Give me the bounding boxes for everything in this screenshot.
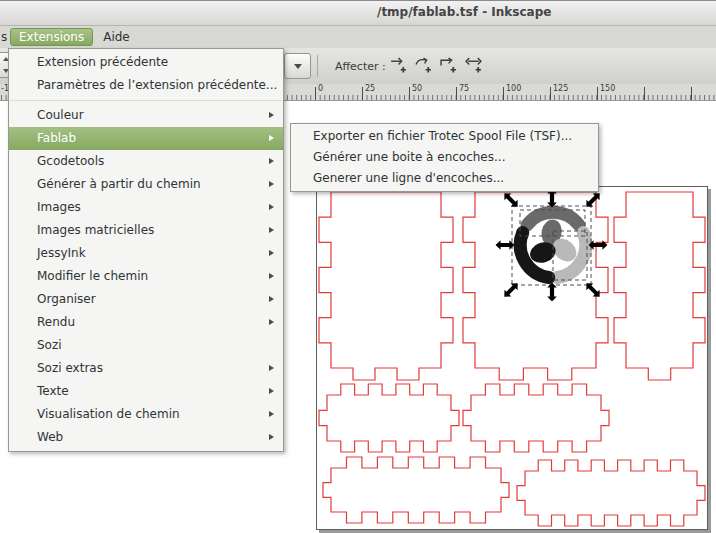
scale-arrow-handle[interactable] [583,190,603,210]
cut-piece[interactable] [323,457,509,523]
scale-arrow-handle[interactable] [501,280,521,300]
submenu-arrow-icon [269,434,274,440]
submenu-arrow-icon [269,181,274,187]
submenu-arrow-icon [269,227,274,233]
ruler-label: 75 [459,84,469,93]
fablab-submenu-panel: Exporter en fichier Trotec Spool File (T… [290,123,599,192]
cut-piece[interactable] [463,384,609,452]
menu-item-images-matricielles[interactable]: Images matricielles [9,219,283,242]
cut-piece[interactable] [319,192,453,380]
menu-item-parametres-extension[interactable]: Paramètres de l’extension précédente... [9,74,283,97]
submenu-arrow-icon [269,319,274,325]
inkscape-window: /tmp/fablab.tsf - Inkscape s Extensions … [0,0,716,533]
submenu-item-boite-encoches[interactable]: Générer une boite à encoches... [291,147,598,168]
ruler-label: 100 [506,84,521,93]
submenu-arrow-icon [269,365,274,371]
submenu-item-export-tsf[interactable]: Exporter en fichier Trotec Spool File (T… [291,126,598,147]
ruler-label: 150 [600,84,615,93]
menu-item-images[interactable]: Images [9,196,283,219]
laser-cut-drawing[interactable] [317,187,707,529]
ruler-label: 0 [318,84,323,93]
menu-item-organiser[interactable]: Organiser [9,288,283,311]
menu-item-sozi-extras[interactable]: Sozi extras [9,357,283,380]
chevron-down-icon [294,64,302,69]
affect-move-icon[interactable] [388,56,408,76]
toolbar-separator [317,55,318,77]
submenu-arrow-icon [269,135,274,141]
affect-pattern-icon[interactable] [463,56,483,76]
extensions-menu-panel: Extension précédente Paramètres de l’ext… [8,48,284,452]
submenu-arrow-icon [269,250,274,256]
menu-item-extension-precedente[interactable]: Extension précédente [9,51,283,74]
affect-rotate-icon[interactable] [413,56,433,76]
submenu-arrow-icon [269,296,274,302]
submenu-arrow-icon [269,388,274,394]
menu-separator [10,100,282,101]
scale-arrow-handle[interactable] [501,190,521,210]
menu-item-rendu[interactable]: Rendu [9,311,283,334]
scale-arrow-handle[interactable] [583,280,603,300]
menu-bar: s Extensions Aide [0,26,716,48]
menu-extensions[interactable]: Extensions [10,28,93,46]
menubar-overflow-text: s [0,30,9,44]
menu-item-fablab[interactable]: Fablab [9,127,283,150]
submenu-arrow-icon [269,273,274,279]
menu-item-modifier-chemin[interactable]: Modifier le chemin [9,265,283,288]
cut-piece[interactable] [319,384,459,452]
menu-item-generer-chemin[interactable]: Générer à partir du chemin [9,173,283,196]
menu-item-sozi[interactable]: Sozi [9,334,283,357]
submenu-item-ligne-encoches[interactable]: Generer une ligne d'encoches... [291,168,598,189]
cut-piece[interactable] [614,192,705,380]
ruler-label: 25 [365,84,375,93]
window-title: /tmp/fablab.tsf - Inkscape [377,5,551,19]
document-page[interactable] [316,186,708,530]
submenu-arrow-icon [269,158,274,164]
menu-item-jessyink[interactable]: JessyInk [9,242,283,265]
submenu-arrow-icon [269,411,274,417]
menu-aide[interactable]: Aide [94,28,139,46]
title-bar[interactable]: /tmp/fablab.tsf - Inkscape [0,1,716,26]
menu-item-couleur[interactable]: Couleur [9,104,283,127]
menu-item-visualisation-chemin[interactable]: Visualisation de chemin [9,403,283,426]
submenu-arrow-icon [269,204,274,210]
affect-scale-icon[interactable] [438,56,458,76]
affect-label: Affecter : [335,60,386,73]
scale-arrow-handle[interactable] [547,283,557,302]
menu-item-texte[interactable]: Texte [9,380,283,403]
submenu-arrow-icon [269,112,274,118]
ruler-label: 125 [553,84,568,93]
menu-item-web[interactable]: Web [9,426,283,449]
menu-item-gcodetools[interactable]: Gcodetools [9,150,283,173]
cut-paths[interactable] [319,192,705,526]
unit-dropdown-button[interactable] [284,53,311,79]
ruler-label: 50 [412,84,422,93]
cut-piece[interactable] [517,460,705,526]
